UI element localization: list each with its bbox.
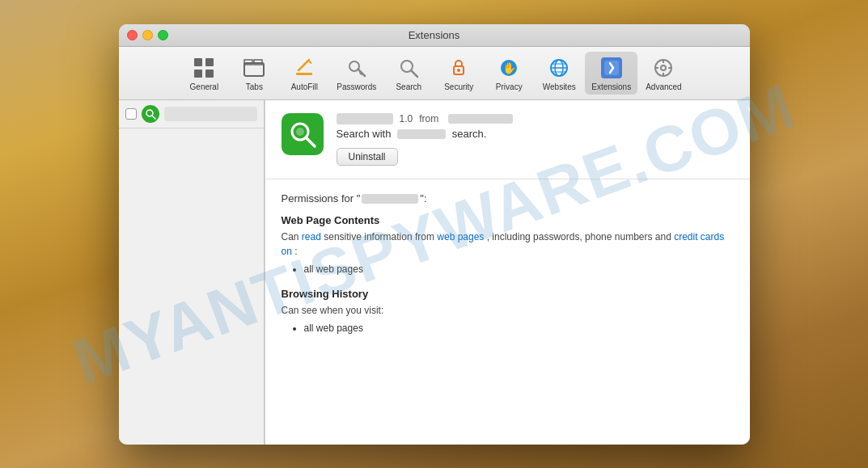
svg-line-12 <box>360 73 362 74</box>
close-button[interactable] <box>127 30 138 40</box>
svg-rect-7 <box>296 73 312 75</box>
toolbar-item-privacy[interactable]: ✋ Privacy <box>485 52 533 95</box>
svg-rect-3 <box>205 70 214 78</box>
svg-line-8 <box>299 60 309 70</box>
toolbar-item-security[interactable]: Security <box>434 52 483 95</box>
extensions-icon <box>599 55 625 81</box>
content-area: 1.0 from Search with search. Uninstall P… <box>119 100 750 445</box>
desc-link-4[interactable]: on <box>282 246 292 257</box>
sidebar-search-bar <box>119 100 264 129</box>
svg-rect-25 <box>604 61 619 75</box>
svg-marker-9 <box>308 60 312 64</box>
general-label: General <box>190 82 219 91</box>
sidebar-search-text-bar <box>164 107 257 121</box>
web-page-contents-list-item: all web pages <box>304 264 734 275</box>
extension-search-name-bar <box>397 129 446 139</box>
window: Extensions General <box>119 24 750 445</box>
permission-group-web: Web Page Contents Can read sensitive inf… <box>282 214 734 275</box>
browsing-history-list: all web pages <box>282 323 734 334</box>
svg-point-36 <box>296 128 304 136</box>
svg-text:✋: ✋ <box>502 61 517 75</box>
permission-group-history: Browsing History Can see when you visit:… <box>282 288 734 334</box>
minimize-button[interactable] <box>142 30 153 40</box>
autofill-label: AutoFill <box>291 82 318 91</box>
search-toolbar-icon <box>396 55 421 81</box>
sidebar-search-icon <box>142 105 159 123</box>
desc-4: : <box>294 246 297 257</box>
web-page-contents-desc: Can read sensitive information from web … <box>282 230 734 259</box>
desc-2: sensitive information from <box>324 231 434 242</box>
extension-from-label: from <box>419 113 438 124</box>
desc-link-2[interactable]: web pages <box>437 231 484 242</box>
traffic-lights <box>127 30 168 40</box>
extension-info: 1.0 from Search with search. Uninstall <box>337 113 734 166</box>
detail-panel: 1.0 from Search with search. Uninstall P… <box>265 100 750 445</box>
tabs-icon <box>241 55 267 81</box>
extension-name-bar <box>337 113 393 124</box>
desc-1: Can <box>282 231 299 242</box>
security-label: Security <box>444 82 473 91</box>
passwords-label: Passwords <box>337 82 376 91</box>
passwords-icon <box>344 55 370 81</box>
toolbar-item-autofill[interactable]: AutoFill <box>280 52 328 95</box>
svg-point-27 <box>661 65 666 70</box>
title-bar: Extensions <box>119 24 750 47</box>
permissions-section: Permissions for "": Web Page Contents Ca… <box>265 179 750 360</box>
toolbar-item-tabs[interactable]: Tabs <box>230 52 278 95</box>
uninstall-button[interactable]: Uninstall <box>337 148 398 166</box>
search-with-text: Search with <box>337 128 392 140</box>
toolbar-item-general[interactable]: General <box>180 52 228 95</box>
svg-rect-1 <box>205 58 214 66</box>
privacy-icon: ✋ <box>496 55 522 81</box>
svg-point-16 <box>457 69 460 72</box>
search-label: Search <box>396 82 421 91</box>
browsing-history-list-item: all web pages <box>304 323 734 334</box>
security-icon <box>446 55 472 81</box>
advanced-label: Advanced <box>646 82 681 91</box>
extension-name-row: 1.0 from <box>337 113 734 124</box>
svg-rect-0 <box>194 58 202 66</box>
web-page-contents-list: all web pages <box>282 264 734 275</box>
websites-icon <box>546 55 572 81</box>
sidebar <box>119 100 265 445</box>
toolbar: General Tabs AutoFill <box>119 47 750 100</box>
advanced-icon <box>650 55 676 81</box>
websites-label: Websites <box>543 82 576 91</box>
desc-link-1[interactable]: read <box>302 231 321 242</box>
svg-line-14 <box>412 70 418 77</box>
toolbar-item-advanced[interactable]: Advanced <box>639 52 688 95</box>
extension-version: 1.0 <box>400 113 413 124</box>
toolbar-item-passwords[interactable]: Passwords <box>330 52 383 95</box>
extension-header: 1.0 from Search with search. Uninstall <box>265 100 750 179</box>
extension-search-row: Search with search. <box>337 128 734 140</box>
browsing-history-desc: Can see when you visit: <box>282 303 734 318</box>
permissions-ext-name-bar <box>362 194 418 204</box>
general-icon <box>191 55 217 81</box>
extension-app-icon <box>282 113 324 155</box>
toolbar-item-search[interactable]: Search <box>384 52 433 95</box>
web-page-contents-title: Web Page Contents <box>282 214 734 226</box>
browsing-history-title: Browsing History <box>282 288 734 300</box>
autofill-icon <box>291 55 317 81</box>
toolbar-item-websites[interactable]: Websites <box>535 52 583 95</box>
permissions-title: Permissions for "": <box>282 192 734 204</box>
desc-link-3[interactable]: credit cards <box>674 231 724 242</box>
window-title: Extensions <box>409 29 460 41</box>
privacy-label: Privacy <box>496 82 523 91</box>
svg-rect-2 <box>194 70 202 78</box>
permissions-suffix: ": <box>420 192 426 204</box>
svg-line-35 <box>306 137 315 146</box>
sidebar-checkbox[interactable] <box>125 108 137 120</box>
maximize-button[interactable] <box>158 30 168 40</box>
desc-3: , including passwords, phone numbers and <box>487 231 671 242</box>
svg-line-33 <box>152 116 155 119</box>
extension-search-icon <box>288 120 317 149</box>
permissions-prefix: Permissions for " <box>282 192 361 204</box>
extension-from-bar <box>448 114 513 124</box>
tabs-label: Tabs <box>246 82 263 91</box>
extensions-label: Extensions <box>591 82 631 91</box>
search-suffix-text: search. <box>452 128 487 140</box>
toolbar-item-extensions[interactable]: Extensions <box>585 52 637 95</box>
